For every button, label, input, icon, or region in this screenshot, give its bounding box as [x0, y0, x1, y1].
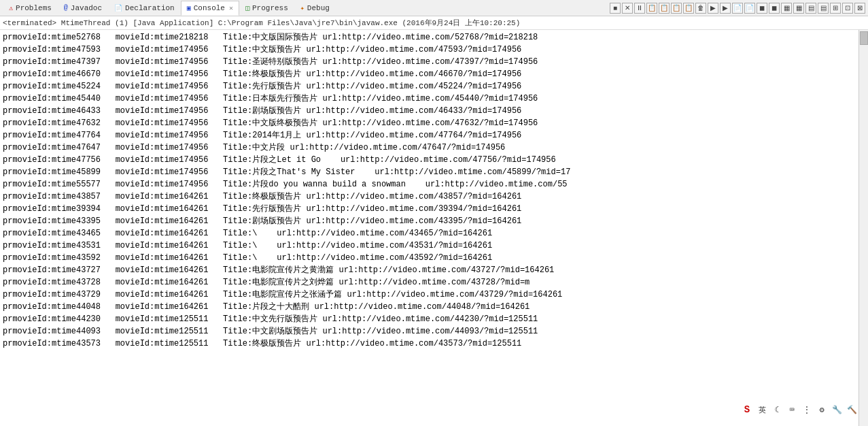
doc-button[interactable]: 📄	[732, 3, 743, 14]
tab-javadoc-label: Javadoc	[71, 4, 102, 12]
console-line: prmovieId:mtime44093 movieId:mtime125511…	[3, 325, 856, 338]
pause-button[interactable]: ⏸	[634, 3, 645, 14]
tray-icon-keyboard[interactable]: ⌨	[785, 403, 799, 416]
tab-javadoc[interactable]: @ Javadoc	[58, 1, 108, 16]
tab-debug-label: Debug	[307, 4, 330, 12]
vertical-scrollbar[interactable]	[858, 30, 868, 426]
copy-button[interactable]: 📋	[646, 3, 657, 14]
console-line: prmovieId:mtime47647 movieId:mtime174956…	[3, 142, 856, 154]
status-bar: <terminated> MtimeThread (1) [Java Appli…	[0, 16, 868, 30]
list-button[interactable]: ▤	[805, 3, 816, 14]
console-line: prmovieId:mtime45440 movieId:mtime174956…	[3, 93, 856, 105]
javadoc-icon: @	[64, 4, 68, 12]
console-line: prmovieId:mtime39394 movieId:mtime164261…	[3, 203, 856, 215]
console-line: prmovieId:mtime47593 movieId:mtime174956…	[3, 44, 856, 56]
grid-button[interactable]: ▦	[781, 3, 792, 14]
problems-icon: ⚠	[9, 4, 13, 12]
tab-progress[interactable]: ◫ Progress	[239, 1, 294, 16]
tab-problems-label: Problems	[16, 4, 52, 12]
console-line: prmovieId:mtime43573 movieId:mtime125511…	[3, 338, 856, 350]
expand-button[interactable]: ⊞	[830, 3, 841, 14]
console-line: prmovieId:mtime55577 movieId:mtime174956…	[3, 178, 856, 191]
copy2-button[interactable]: 📋	[659, 3, 670, 14]
console-icon: ▣	[187, 4, 191, 12]
tab-toolbar: ■ ✕ ⏸ 📋 📋 📋 📋 🗑 ▶ ▶ 📄 📄 ◼ ◼ ▦ ▦ ▤ ▤ ⊞ ⊡ …	[610, 3, 865, 14]
tray-icon-wrench[interactable]: 🔨	[845, 403, 858, 416]
close-all-button[interactable]: ⊠	[854, 3, 865, 14]
remove-button[interactable]: ✕	[622, 3, 633, 14]
console-line: prmovieId:mtime43727 movieId:mtime164261…	[3, 264, 856, 276]
collapse-button[interactable]: ⊡	[842, 3, 853, 14]
tab-console[interactable]: ▣ Console ✕	[181, 1, 239, 16]
console-line: prmovieId:mtime43729 movieId:mtime164261…	[3, 289, 856, 301]
run2-button[interactable]: ▶	[720, 3, 731, 14]
min-button[interactable]: ◼	[757, 3, 767, 14]
debug-icon: ✦	[300, 4, 305, 12]
grid2-button[interactable]: ▦	[793, 3, 804, 14]
tray-icon-moon[interactable]: ☾	[770, 403, 784, 416]
tab-debug[interactable]: ✦ Debug	[294, 1, 336, 16]
console-line: prmovieId:mtime43531 movieId:mtime164261…	[3, 240, 856, 252]
copy3-button[interactable]: 📋	[671, 3, 682, 14]
run-button[interactable]: ▶	[708, 3, 718, 14]
console-area: prmovieId:mtime52768 movieId:mtime218218…	[0, 30, 868, 426]
console-line: prmovieId:mtime47756 movieId:mtime174956…	[3, 154, 856, 166]
console-line: prmovieId:mtime44230 movieId:mtime125511…	[3, 313, 856, 325]
max-button[interactable]: ◼	[769, 3, 780, 14]
scrollbar-thumb[interactable]	[860, 31, 868, 45]
console-line: prmovieId:mtime43465 movieId:mtime164261…	[3, 227, 856, 240]
console-line: prmovieId:mtime45899 movieId:mtime174956…	[3, 166, 856, 178]
console-line: prmovieId:mtime52768 movieId:mtime218218…	[3, 31, 856, 44]
doc2-button[interactable]: 📄	[744, 3, 755, 14]
console-line: prmovieId:mtime47397 movieId:mtime174956…	[3, 56, 856, 68]
declaration-icon: 📄	[114, 4, 122, 12]
console-close-icon[interactable]: ✕	[229, 4, 233, 12]
progress-icon: ◫	[245, 4, 249, 12]
tray-icon-settings[interactable]: ⚙	[815, 403, 829, 416]
tab-bar: ⚠ Problems @ Javadoc 📄 Declaration ▣ Con…	[0, 0, 868, 16]
console-line: prmovieId:mtime46433 movieId:mtime174956…	[3, 105, 856, 117]
console-line: prmovieId:mtime47764 movieId:mtime174956…	[3, 129, 856, 142]
console-line: prmovieId:mtime43395 movieId:mtime164261…	[3, 215, 856, 227]
clear-button[interactable]: 🗑	[695, 3, 706, 14]
console-line: prmovieId:mtime45224 movieId:mtime174956…	[3, 80, 856, 93]
tab-problems[interactable]: ⚠ Problems	[3, 1, 58, 16]
copy4-button[interactable]: 📋	[683, 3, 694, 14]
tray-icon-tool[interactable]: 🔧	[830, 403, 844, 416]
tab-progress-label: Progress	[252, 4, 288, 12]
eclipse-window: ⚠ Problems @ Javadoc 📄 Declaration ▣ Con…	[0, 0, 868, 426]
tray-icon-s[interactable]: S	[740, 403, 754, 416]
tab-declaration[interactable]: 📄 Declaration	[108, 1, 181, 16]
tab-declaration-label: Declaration	[125, 4, 175, 12]
console-line: prmovieId:mtime46670 movieId:mtime174956…	[3, 68, 856, 80]
console-line: prmovieId:mtime43857 movieId:mtime164261…	[3, 191, 856, 203]
tray-icon-dot[interactable]: ⋮	[800, 403, 814, 416]
tab-console-label: Console	[194, 4, 225, 12]
list2-button[interactable]: ▤	[818, 3, 829, 14]
status-text: <terminated> MtimeThread (1) [Java Appli…	[3, 18, 520, 28]
console-line: prmovieId:mtime47632 movieId:mtime174956…	[3, 117, 856, 129]
stop-button[interactable]: ■	[610, 3, 621, 14]
system-tray: S 英 ☾ ⌨ ⋮ ⚙ 🔧 🔨	[740, 403, 858, 416]
console-line: prmovieId:mtime43592 movieId:mtime164261…	[3, 252, 856, 264]
console-line: prmovieId:mtime43728 movieId:mtime164261…	[3, 276, 856, 289]
tray-icon-lang[interactable]: 英	[755, 403, 769, 416]
console-line: prmovieId:mtime44048 movieId:mtime164261…	[3, 301, 856, 313]
console-output[interactable]: prmovieId:mtime52768 movieId:mtime218218…	[0, 30, 858, 426]
